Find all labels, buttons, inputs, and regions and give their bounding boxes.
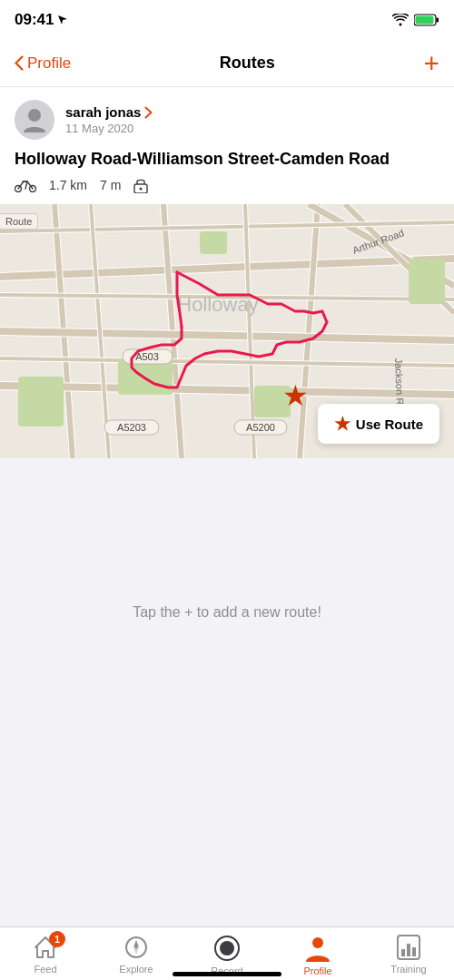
- use-route-button[interactable]: ★ Use Route: [318, 404, 439, 444]
- tab-feed-icon-wrap: 1: [33, 935, 58, 960]
- route-card-header: sarah jonas 11 May 2020: [0, 87, 454, 149]
- username: sarah jonas: [65, 104, 153, 120]
- svg-point-60: [220, 941, 234, 956]
- battery-icon: [414, 14, 439, 26]
- tab-profile-label: Profile: [303, 965, 331, 976]
- tab-training-icon-wrap: [397, 935, 420, 960]
- svg-rect-39: [200, 231, 227, 254]
- route-label: Route: [0, 213, 38, 230]
- username-chevron-icon: [144, 106, 153, 119]
- tab-feed-label: Feed: [34, 964, 56, 975]
- status-icons: [392, 14, 439, 26]
- chart-icon: [397, 935, 420, 960]
- main-content: sarah jonas 11 May 2020 Holloway Road-Wi…: [0, 87, 454, 839]
- map-container[interactable]: Route A503 A5203 A5200 Arthur Road Jacks…: [0, 204, 454, 458]
- tab-profile[interactable]: Profile: [291, 935, 345, 976]
- svg-point-58: [135, 946, 138, 949]
- route-stats: 1.7 km 7 m: [0, 177, 454, 204]
- tab-training-label: Training: [390, 964, 426, 975]
- svg-text:A5203: A5203: [117, 422, 146, 433]
- tab-profile-icon-wrap: [305, 935, 331, 962]
- status-bar: 09:41: [0, 0, 454, 40]
- bike-icon: [15, 178, 36, 192]
- tab-feed[interactable]: 1 Feed: [18, 935, 73, 975]
- distance-value: 1.7 km: [49, 178, 87, 192]
- add-route-button[interactable]: +: [423, 50, 439, 77]
- svg-point-3: [28, 109, 41, 122]
- route-date: 11 May 2020: [65, 122, 153, 135]
- svg-text:★: ★: [282, 379, 309, 412]
- tab-record-icon-wrap: [213, 935, 241, 962]
- svg-point-7: [140, 188, 143, 191]
- lock-stat: [133, 177, 148, 193]
- feed-badge: 1: [49, 931, 65, 947]
- svg-rect-36: [18, 377, 64, 426]
- svg-text:A503: A503: [135, 351, 159, 362]
- back-button[interactable]: Profile: [15, 54, 71, 73]
- route-card: sarah jonas 11 May 2020 Holloway Road-Wi…: [0, 87, 454, 458]
- svg-point-61: [312, 937, 323, 948]
- home-indicator: [173, 972, 281, 976]
- avatar: [15, 100, 54, 140]
- tab-explore-label: Explore: [119, 964, 153, 975]
- page-title: Routes: [220, 54, 275, 73]
- back-chevron-icon: [15, 55, 24, 71]
- star-icon: ★: [334, 413, 350, 435]
- username-text: sarah jonas: [65, 104, 141, 120]
- svg-rect-64: [407, 944, 410, 956]
- route-title: Holloway Road-Williamson Street-Camden R…: [0, 149, 454, 177]
- person-icon: [305, 935, 331, 962]
- svg-rect-65: [412, 947, 416, 956]
- elevation-stat: 7 m: [100, 178, 121, 192]
- record-icon: [213, 935, 241, 962]
- status-time: 09:41: [15, 11, 68, 29]
- svg-rect-38: [409, 259, 445, 304]
- empty-state-message: Tap the + to add a new route!: [133, 604, 321, 621]
- avatar-person-icon: [23, 107, 46, 132]
- svg-text:Holloway: Holloway: [177, 293, 258, 316]
- nav-header: Profile Routes +: [0, 40, 454, 87]
- elevation-value: 7 m: [100, 178, 121, 192]
- svg-text:A5200: A5200: [246, 422, 275, 433]
- location-arrow-icon: [57, 15, 68, 25]
- tab-explore[interactable]: Explore: [109, 935, 163, 975]
- empty-state: Tap the + to add a new route!: [0, 458, 454, 767]
- back-label: Profile: [27, 54, 71, 73]
- time-display: 09:41: [15, 11, 54, 29]
- distance-stat: 1.7 km: [49, 178, 87, 192]
- tab-training[interactable]: Training: [381, 935, 436, 975]
- svg-rect-63: [401, 949, 405, 956]
- bike-stat: [15, 178, 36, 192]
- use-route-label: Use Route: [356, 416, 423, 432]
- svg-rect-1: [416, 16, 434, 24]
- wifi-icon: [392, 14, 409, 26]
- svg-rect-2: [437, 18, 439, 23]
- tab-explore-icon-wrap: [123, 935, 149, 960]
- compass-icon: [123, 935, 149, 960]
- tab-record[interactable]: Record: [200, 935, 254, 976]
- lock-icon: [133, 177, 148, 193]
- user-info: sarah jonas 11 May 2020: [65, 104, 153, 135]
